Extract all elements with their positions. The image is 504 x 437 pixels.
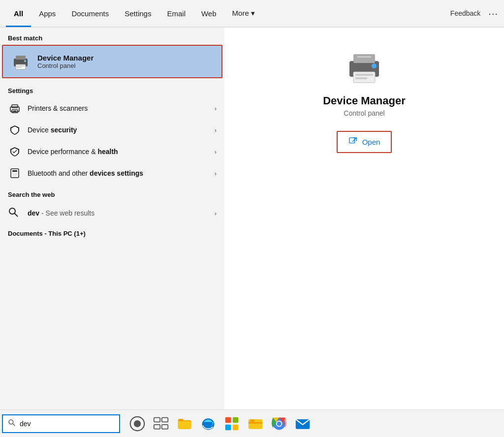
svg-rect-31 [162,417,168,422]
search-web-item[interactable]: dev - See web results › [0,201,224,225]
svg-rect-4 [17,67,22,68]
device-health-label: Device performance & health [28,148,215,156]
svg-line-16 [15,214,18,217]
best-match-label: Best match [0,28,224,45]
svg-point-22 [372,63,377,68]
taskbar [0,409,504,437]
svg-rect-41 [250,419,254,422]
search-web-icon [8,207,22,219]
svg-rect-37 [225,424,231,430]
device-manager-icon [11,52,31,71]
best-match-title: Device Manager [37,54,94,62]
svg-rect-36 [233,417,239,423]
best-match-text: Device Manager Control panel [37,54,94,69]
taskbar-search-icon [8,419,16,429]
svg-rect-14 [12,176,16,177]
svg-rect-12 [12,173,17,174]
more-options-button[interactable]: ··· [488,8,498,19]
settings-item-device-security[interactable]: Device security › [0,119,224,141]
svg-rect-7 [12,105,18,108]
svg-rect-30 [154,417,160,422]
right-app-subtitle: Control panel [344,109,384,117]
svg-point-29 [134,420,141,427]
chevron-icon-web: › [215,210,217,217]
documents-label: Documents - This PC (1+) [0,225,224,240]
svg-point-15 [9,208,15,214]
open-icon [348,137,357,147]
svg-rect-33 [162,424,168,429]
search-web-text: dev - See web results [28,209,215,217]
svg-rect-11 [12,170,17,172]
tab-email[interactable]: Email [159,0,193,27]
search-web-label: Search the web [0,184,224,201]
best-match-item[interactable]: Device Manager Control panel [2,45,222,78]
open-label: Open [362,138,380,146]
taskbar-explorer-icon[interactable] [175,414,194,433]
taskbar-filemanager-icon[interactable] [246,414,265,433]
taskbar-cortana-icon[interactable] [128,414,147,433]
health-icon [8,146,22,157]
taskbar-mail-icon[interactable] [293,414,312,433]
svg-point-26 [9,420,13,424]
taskbar-icons [128,414,312,433]
taskbar-store-icon[interactable] [222,414,241,433]
taskbar-edge-icon[interactable] [199,414,218,433]
svg-rect-20 [355,74,373,76]
chevron-icon-security: › [215,126,217,134]
shield-icon [8,125,22,135]
svg-rect-9 [13,111,16,112]
settings-item-printers[interactable]: Printers & scanners › [0,97,224,119]
right-app-name: Device Manager [323,94,406,107]
svg-point-5 [24,60,26,62]
tab-more[interactable]: More ▾ [224,0,263,27]
svg-rect-18 [353,54,375,63]
svg-point-44 [277,421,282,426]
bluetooth-icon [8,168,22,179]
svg-line-27 [13,423,15,426]
svg-rect-40 [249,422,262,424]
tab-apps[interactable]: Apps [31,0,63,27]
left-panel: Best match Device Manager Control panel … [0,28,224,409]
right-app-icon [345,47,384,87]
tab-settings[interactable]: Settings [117,0,159,27]
svg-rect-13 [12,174,17,175]
best-match-subtitle: Control panel [37,62,94,69]
taskbar-taskview-icon[interactable] [152,414,170,433]
chevron-icon-health: › [215,148,217,156]
tab-documents[interactable]: Documents [63,0,117,27]
svg-rect-21 [355,77,367,79]
chevron-icon-bluetooth: › [215,170,217,177]
chevron-icon-printers: › [215,105,217,112]
main-layout: Best match Device Manager Control panel … [0,28,504,409]
open-button[interactable]: Open [337,131,392,153]
svg-rect-38 [233,424,239,430]
taskbar-search-input[interactable] [20,420,114,428]
device-security-label: Device security [28,126,215,134]
feedback-button[interactable]: Feedback [450,9,480,17]
svg-rect-35 [225,417,231,423]
settings-label: Settings [0,80,224,97]
settings-item-device-health[interactable]: Device performance & health › [0,141,224,162]
settings-item-bluetooth[interactable]: Bluetooth and other devices settings › [0,162,224,184]
svg-rect-1 [16,56,26,60]
bluetooth-label: Bluetooth and other devices settings [28,169,215,177]
svg-rect-32 [154,424,160,429]
top-nav: All Apps Documents Settings Email Web Mo… [0,0,504,28]
taskbar-chrome-icon[interactable] [270,414,288,433]
printer-icon [8,103,22,114]
tab-web[interactable]: Web [193,0,224,27]
svg-rect-23 [357,56,371,58]
search-box[interactable] [2,414,120,433]
right-panel: Device Manager Control panel Open [224,28,504,409]
tab-all[interactable]: All [6,0,31,27]
svg-rect-3 [17,65,25,66]
printers-label: Printers & scanners [28,104,215,112]
